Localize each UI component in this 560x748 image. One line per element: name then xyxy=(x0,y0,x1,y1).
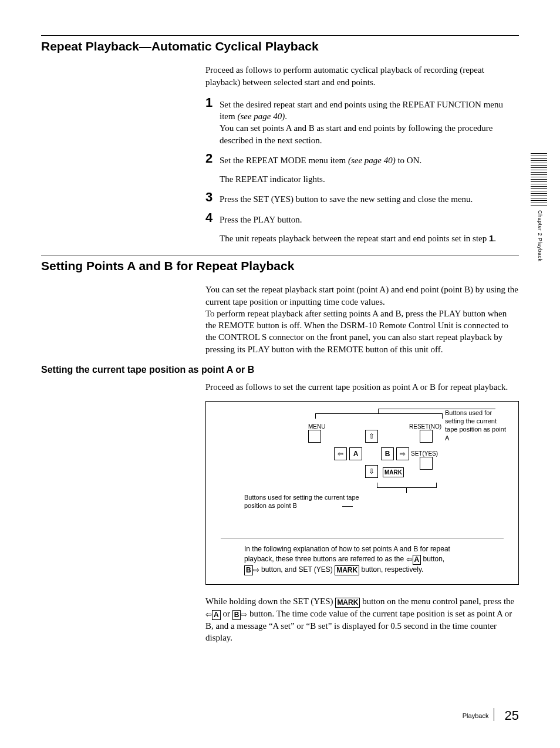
step-num-3: 3 xyxy=(205,191,220,204)
step2-ref: (see page 40) xyxy=(348,156,396,165)
section3-title: Setting the current tape position as poi… xyxy=(41,363,519,376)
section1-intro: Proceed as follows to perform automatic … xyxy=(205,64,519,88)
step1-text-c: You can set points A and B as start and … xyxy=(220,123,493,144)
footer-divider xyxy=(494,708,494,721)
diagram-separator xyxy=(221,538,504,538)
step4-sub-a: The unit repeats playback between the re… xyxy=(220,234,489,243)
step-1: 1 Set the desired repeat start and end p… xyxy=(205,96,519,146)
rule-1 xyxy=(41,35,519,36)
section3-intro: Proceed as follows to set the current ta… xyxy=(205,381,519,393)
annotation-point-b: Buttons used for setting the current tap… xyxy=(244,493,367,510)
chapter-label: Chapter 2 Playback xyxy=(537,210,544,262)
step2-text-a: Set the REPEAT MODE menu item xyxy=(220,156,348,165)
note-a2: button, xyxy=(421,555,444,563)
btn-set xyxy=(420,457,433,470)
step-num-4: 4 xyxy=(205,211,220,224)
btn-left: ⇦ xyxy=(334,447,347,460)
step3-text: Press the SET (YES) button to save the n… xyxy=(220,191,519,205)
btn-down: ⇩ xyxy=(365,465,378,478)
step4-sub-c: . xyxy=(494,234,496,243)
note-b: button, and SET (YES) xyxy=(259,565,335,574)
label-mark: MARK xyxy=(383,467,404,477)
section3-closing: While holding down the SET (YES) MARK bu… xyxy=(205,595,519,644)
btn-b: B xyxy=(381,447,394,460)
note-c: button, respectively. xyxy=(359,565,423,574)
footer-section: Playback xyxy=(463,712,489,719)
section2-para: You can set the repeat playback start po… xyxy=(205,284,519,355)
inline-a-2: A xyxy=(212,610,221,620)
bracket-a-stem xyxy=(378,409,379,413)
step1-text-b: . xyxy=(285,112,287,121)
inline-b-2: B xyxy=(232,610,241,620)
inline-b-1: B xyxy=(244,565,253,575)
btn-a: A xyxy=(349,447,362,460)
step-num-1: 1 xyxy=(205,96,220,109)
step-2: 2 Set the REPEAT MODE menu item (see pag… xyxy=(205,152,519,186)
inline-a-1: A xyxy=(413,555,421,565)
step1-ref: (see page 40) xyxy=(237,112,285,121)
step2-text-b: to ON. xyxy=(396,156,422,165)
thumb-index-hatch xyxy=(531,153,547,205)
page-footer: Playback 25 xyxy=(463,707,519,725)
step2-sub: The REPEAT indicator lights. xyxy=(220,173,519,185)
bracket-b xyxy=(377,483,437,488)
control-panel-diagram: Buttons used for setting the current tap… xyxy=(205,401,519,585)
btn-menu xyxy=(308,430,321,443)
rule-2 xyxy=(41,255,519,255)
closing-d: button. The time code value of the curre… xyxy=(205,609,512,642)
side-tab: Chapter 2 Playback xyxy=(531,153,554,262)
step-4: 4 Press the PLAY button. The unit repeat… xyxy=(205,211,519,245)
closing-a: While holding down the SET (YES) xyxy=(205,597,335,606)
section1-title: Repeat Playback—Automatic Cyclical Playb… xyxy=(41,38,519,55)
btn-reset xyxy=(420,430,433,443)
page-number: 25 xyxy=(505,708,519,723)
bracket-a-lead xyxy=(378,409,495,409)
step-3: 3 Press the SET (YES) button to save the… xyxy=(205,191,519,205)
closing-c: or xyxy=(221,609,232,618)
bracket-b-stem xyxy=(406,487,407,493)
closing-b: button on the menu control panel, press … xyxy=(360,597,514,606)
bracket-a xyxy=(315,413,443,419)
section2-title: Setting Points A and B for Repeat Playba… xyxy=(41,258,519,274)
inline-mark-1: MARK xyxy=(335,565,359,575)
diagram-note: In the following explanation of how to s… xyxy=(244,544,480,575)
step-num-2: 2 xyxy=(205,152,220,165)
step4-text: Press the PLAY button. xyxy=(220,215,302,224)
inline-mark-2: MARK xyxy=(335,598,360,608)
annotation-b-leader xyxy=(342,506,353,507)
btn-up: ⇧ xyxy=(365,430,378,443)
btn-right: ⇨ xyxy=(396,447,409,460)
